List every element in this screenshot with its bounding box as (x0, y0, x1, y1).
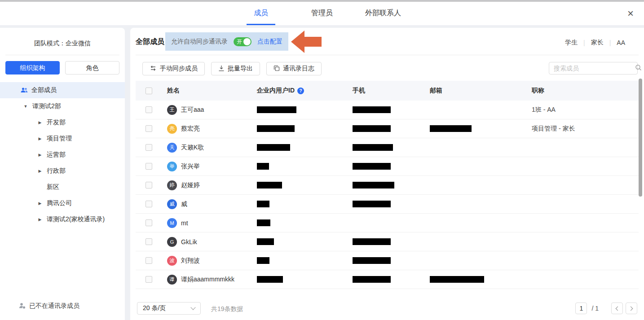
vertical-scrollbar[interactable] (639, 79, 642, 197)
phone-cell (347, 257, 424, 264)
row-checkbox[interactable] (146, 144, 152, 151)
tree-item-label: 新区 (47, 183, 59, 191)
table-row: 举张兴举 (136, 157, 639, 176)
phone-cell (347, 182, 424, 188)
member-name: 赵娅婷 (181, 181, 200, 189)
select-all-checkbox[interactable] (146, 88, 152, 94)
row-checkbox[interactable] (146, 238, 152, 245)
link-separator: | (583, 39, 585, 46)
table-row: GGkLik (136, 232, 639, 251)
sync-label: 允许自动同步通讯录 (171, 38, 228, 46)
tab-admins[interactable]: 管理员 (291, 2, 353, 25)
redacted-text (353, 163, 391, 170)
close-icon[interactable]: × (624, 7, 637, 20)
member-name: 刘翔波 (181, 257, 200, 265)
row-checkbox[interactable] (146, 276, 152, 283)
manual-sync-button[interactable]: 手动同步成员 (142, 62, 205, 75)
row-checkbox[interactable] (146, 125, 152, 132)
tree-item-dept[interactable]: 新区 (0, 179, 125, 195)
row-checkbox[interactable] (146, 201, 152, 207)
column-user-id: 企业内用户ID ? (251, 87, 347, 95)
phone-cell (347, 238, 424, 245)
table-row: 天天籁K歌 (136, 138, 639, 157)
sync-toggle[interactable]: 开 (234, 37, 251, 46)
student-link[interactable]: 学生 (565, 39, 578, 47)
role-button[interactable]: 角色 (65, 61, 119, 75)
column-phone: 手机 (347, 87, 424, 95)
user-id-cell (251, 276, 347, 283)
chevron-down-icon (190, 305, 195, 310)
avatar: M (167, 218, 177, 228)
prev-page-button[interactable] (611, 302, 623, 314)
table-row: 威威 (136, 195, 639, 214)
search-icon[interactable] (635, 64, 642, 72)
row-checkbox[interactable] (146, 163, 152, 170)
avatar: 举 (167, 162, 177, 171)
manual-sync-label: 手动同步成员 (160, 65, 198, 73)
tree-item-dept[interactable]: ▶ 腾讯公司 (0, 195, 125, 211)
tree-item-label: 全部成员 (31, 86, 57, 94)
caret-right-icon[interactable]: ▶ (37, 136, 43, 141)
avatar: 天 (167, 143, 177, 153)
phone-cell (347, 144, 424, 151)
redacted-text (353, 106, 391, 113)
next-page-button[interactable] (626, 302, 637, 314)
window-tab-bar: 成员 管理员 外部联系人 × (0, 2, 644, 25)
redacted-text (257, 201, 269, 207)
org-structure-button[interactable]: 组织架构 (5, 61, 60, 75)
avatar: 谭 (167, 275, 177, 285)
contacts-log-button[interactable]: 通讯录日志 (266, 62, 322, 75)
user-id-cell (251, 201, 347, 207)
avatar: 威 (167, 199, 177, 209)
caret-right-icon[interactable]: ▶ (37, 120, 43, 125)
table-body: 王王可aaa1班 - AA亮蔡宏亮项目管理 - 家长天天籁K歌举张兴举婷赵娅婷威… (136, 101, 639, 289)
caret-right-icon[interactable]: ▶ (37, 169, 43, 173)
row-checkbox[interactable] (146, 219, 152, 226)
row-checkbox[interactable] (146, 106, 152, 113)
page-number-input[interactable]: 1 (575, 302, 587, 314)
tab-members[interactable]: 成员 (230, 2, 291, 25)
user-id-cell (251, 219, 347, 226)
help-icon[interactable]: ? (297, 88, 304, 94)
sidebar: 团队模式：企业微信 组织架构 角色 全部成员 ▼ 谭测试2部 ▶ 开发部 ▶ 项… (0, 28, 125, 320)
caret-down-icon[interactable]: ▼ (22, 104, 29, 109)
chevron-left-icon (616, 306, 620, 311)
tab-group: 成员 管理员 外部联系人 (230, 2, 414, 25)
tree-item-dept[interactable]: ▶ 运营部 (0, 147, 125, 163)
caret-right-icon[interactable]: ▶ (37, 217, 43, 222)
not-in-contacts-link[interactable]: 已不在通讯录成员 (0, 302, 125, 310)
tree-item-all-members[interactable]: 全部成员 (0, 82, 125, 98)
tree-item-dept[interactable]: ▶ 开发部 (0, 114, 125, 131)
redacted-text (430, 276, 484, 283)
tab-external-contacts[interactable]: 外部联系人 (353, 2, 414, 25)
org-tree: 全部成员 ▼ 谭测试2部 ▶ 开发部 ▶ 项目管理 ▶ 运营部 ▶ 行政部 新区… (0, 82, 125, 228)
team-mode-label: 团队模式：企业微信 (0, 28, 125, 48)
member-name: 威 (181, 200, 187, 208)
row-checkbox[interactable] (146, 182, 152, 188)
redacted-text (353, 276, 391, 283)
search-input[interactable] (554, 65, 635, 72)
chevron-right-icon (629, 306, 633, 311)
row-checkbox[interactable] (146, 257, 152, 264)
config-link[interactable]: 点击配置 (257, 38, 282, 46)
redacted-text (353, 125, 391, 132)
tree-item-dept[interactable]: ▶ 行政部 (0, 163, 125, 179)
tree-item-dept[interactable]: ▶ 项目管理 (0, 131, 125, 147)
table-footer: 20 条/页 共19条数据 1 / 1 (136, 297, 639, 320)
tree-item-dept[interactable]: ▶ 谭测试2(家校通讯录) (0, 211, 125, 228)
batch-export-button[interactable]: 批量导出 (211, 62, 260, 75)
caret-right-icon[interactable]: ▶ (37, 201, 43, 206)
email-cell (424, 276, 526, 283)
page-size-select[interactable]: 20 条/页 (137, 302, 201, 315)
total-count-label: 共19条数据 (211, 305, 243, 313)
redacted-text (257, 257, 269, 264)
members-header: 全部成员 允许自动同步通讯录 开 点击配置 学生 | 家长 | AA (136, 28, 639, 55)
tree-item-dept[interactable]: ▼ 谭测试2部 (0, 98, 125, 114)
aa-link[interactable]: AA (617, 39, 625, 46)
caret-right-icon[interactable]: ▶ (37, 153, 43, 157)
team-members-icon (21, 87, 28, 93)
member-title: 1班 - AA (526, 106, 639, 114)
tree-item-label: 运营部 (47, 151, 66, 159)
avatar: 亮 (167, 124, 177, 134)
parent-link[interactable]: 家长 (591, 39, 604, 47)
